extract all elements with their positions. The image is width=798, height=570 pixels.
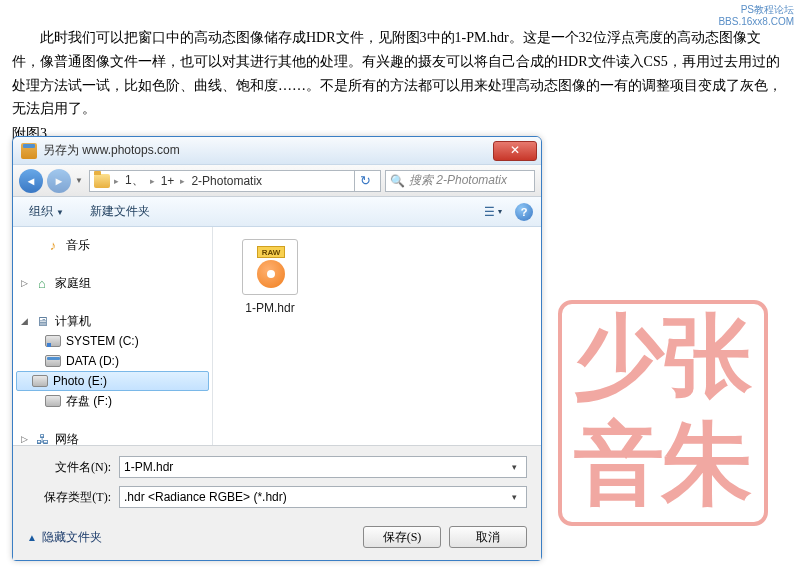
sidebar-label: DATA (D:)	[66, 354, 119, 368]
chevron-up-icon: ▲	[27, 532, 37, 543]
page-source-header: PS教程论坛 BBS.16xx8.COM	[718, 4, 794, 28]
header-line2: BBS.16xx8.COM	[718, 16, 794, 28]
close-button[interactable]: ✕	[493, 141, 537, 161]
back-button[interactable]: ◄	[19, 169, 43, 193]
collapse-icon[interactable]: ◢	[19, 316, 29, 326]
titlebar[interactable]: 另存为 www.photops.com ✕	[13, 137, 541, 165]
description-text: 此时我们可以把窗口中的高动态图像储存成HDR文件，见附图3中的1-PM.hdr。…	[0, 0, 798, 125]
search-input[interactable]: 🔍 搜索 2-Photomatix	[385, 170, 535, 192]
folder-icon	[94, 174, 110, 188]
search-placeholder: 搜索 2-Photomatix	[409, 172, 507, 189]
sidebar-item-music[interactable]: ♪ 音乐	[13, 235, 212, 255]
raw-circle-icon	[257, 260, 285, 288]
bottom-panel: 文件名(N): 1-PM.hdr ▾ 保存类型(T): .hdr <Radian…	[13, 445, 541, 560]
cancel-button[interactable]: 取消	[449, 526, 527, 548]
help-button[interactable]: ?	[515, 203, 533, 221]
computer-icon: 🖥	[34, 313, 50, 329]
refresh-button[interactable]: ↻	[354, 170, 376, 192]
expand-icon[interactable]: ▷	[19, 434, 29, 444]
sidebar-item-drive-c[interactable]: SYSTEM (C:)	[13, 331, 212, 351]
dialog-body: ♪ 音乐 ▷ ⌂ 家庭组 ◢ 🖥 计算机 SYSTE	[13, 227, 541, 445]
sidebar-label: 网络	[55, 431, 79, 446]
hide-folders-toggle[interactable]: ▲ 隐藏文件夹	[27, 529, 102, 546]
dialog-title: 另存为 www.photops.com	[43, 142, 493, 159]
chevron-right-icon: ▸	[150, 176, 155, 186]
breadcrumb-seg-1[interactable]: 1、	[121, 172, 148, 189]
sidebar-label: 音乐	[66, 237, 90, 254]
sidebar: ♪ 音乐 ▷ ⌂ 家庭组 ◢ 🖥 计算机 SYSTE	[13, 227, 213, 445]
sidebar-item-drive-e[interactable]: Photo (E:)	[16, 371, 209, 391]
disk-icon	[45, 395, 61, 407]
seal-glyph: 张	[662, 296, 752, 418]
music-icon: ♪	[45, 237, 61, 253]
breadcrumb-bar[interactable]: ▸ 1、 ▸ 1+ ▸ 2-Photomatix ↻	[89, 170, 381, 192]
search-icon: 🔍	[390, 174, 405, 188]
raw-badge: RAW	[257, 246, 285, 258]
sidebar-label: Photo (E:)	[53, 374, 107, 388]
chevron-down-icon[interactable]: ▾	[506, 462, 522, 472]
save-as-dialog: 另存为 www.photops.com ✕ ◄ ► ▼ ▸ 1、 ▸ 1+ ▸ …	[12, 136, 542, 561]
file-item[interactable]: RAW 1-PM.hdr	[225, 239, 315, 315]
filename-input[interactable]: 1-PM.hdr ▾	[119, 456, 527, 478]
sidebar-label: SYSTEM (C:)	[66, 334, 139, 348]
sidebar-item-homegroup[interactable]: ▷ ⌂ 家庭组	[13, 273, 212, 293]
sidebar-label: 存盘 (F:)	[66, 393, 112, 410]
disk-icon	[32, 375, 48, 387]
seal-glyph: 音	[574, 404, 664, 526]
filetype-value: .hdr <Radiance RGBE> (*.hdr)	[124, 490, 506, 504]
sidebar-item-drive-d[interactable]: DATA (D:)	[13, 351, 212, 371]
filename-label: 文件名(N):	[27, 459, 119, 476]
filetype-label: 保存类型(T):	[27, 489, 119, 506]
app-icon	[21, 143, 37, 159]
chevron-down-icon[interactable]: ▾	[506, 492, 522, 502]
disk-icon	[45, 335, 61, 347]
seal-glyph: 少	[574, 296, 664, 418]
breadcrumb-seg-3[interactable]: 2-Photomatix	[187, 174, 266, 188]
filetype-select[interactable]: .hdr <Radiance RGBE> (*.hdr) ▾	[119, 486, 527, 508]
save-button[interactable]: 保存(S)	[363, 526, 441, 548]
file-name-label: 1-PM.hdr	[225, 301, 315, 315]
header-line1: PS教程论坛	[718, 4, 794, 16]
expand-icon[interactable]: ▷	[19, 278, 29, 288]
disk-icon	[45, 355, 61, 367]
sidebar-item-drive-f[interactable]: 存盘 (F:)	[13, 391, 212, 411]
chevron-down-icon: ▼	[56, 208, 64, 217]
sidebar-label: 计算机	[55, 313, 91, 330]
nav-history-dropdown[interactable]: ▼	[75, 176, 85, 185]
homegroup-icon: ⌂	[34, 275, 50, 291]
toolbar: 组织▼ 新建文件夹 ☰▾ ?	[13, 197, 541, 227]
sidebar-item-computer[interactable]: ◢ 🖥 计算机	[13, 311, 212, 331]
network-icon: 🖧	[34, 431, 50, 445]
nav-bar: ◄ ► ▼ ▸ 1、 ▸ 1+ ▸ 2-Photomatix ↻ 🔍 搜索 2-…	[13, 165, 541, 197]
sidebar-label: 家庭组	[55, 275, 91, 292]
chevron-right-icon: ▸	[180, 176, 185, 186]
view-options-button[interactable]: ☰▾	[481, 202, 505, 222]
file-thumbnail: RAW	[242, 239, 298, 295]
hide-folders-label: 隐藏文件夹	[42, 529, 102, 546]
filename-value: 1-PM.hdr	[124, 460, 506, 474]
seal-glyph: 朱	[662, 404, 752, 526]
sidebar-item-network[interactable]: ▷ 🖧 网络	[13, 429, 212, 445]
forward-button[interactable]: ►	[47, 169, 71, 193]
breadcrumb-seg-2[interactable]: 1+	[157, 174, 179, 188]
new-folder-button[interactable]: 新建文件夹	[82, 200, 158, 223]
file-list-panel[interactable]: RAW 1-PM.hdr	[213, 227, 541, 445]
chevron-right-icon: ▸	[114, 176, 119, 186]
watermark-seal: 少 张 音 朱	[558, 300, 768, 526]
organize-button[interactable]: 组织▼	[21, 200, 72, 223]
